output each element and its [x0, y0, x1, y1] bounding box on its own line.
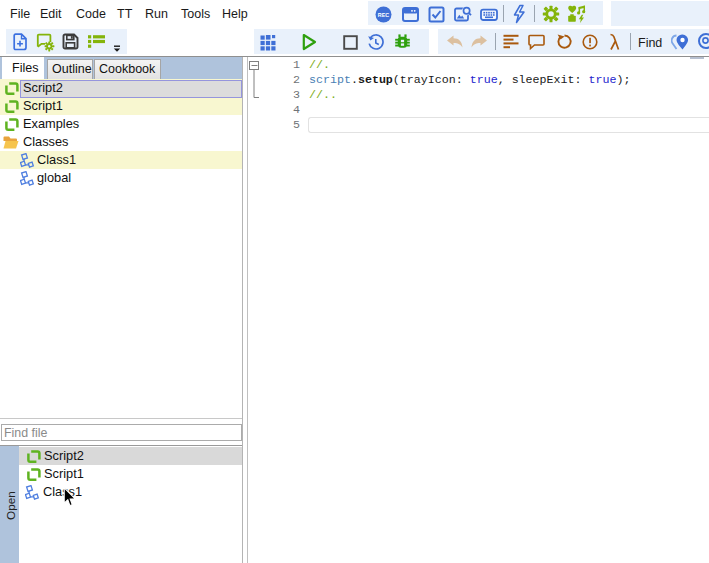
svg-text:REC: REC — [378, 12, 389, 18]
